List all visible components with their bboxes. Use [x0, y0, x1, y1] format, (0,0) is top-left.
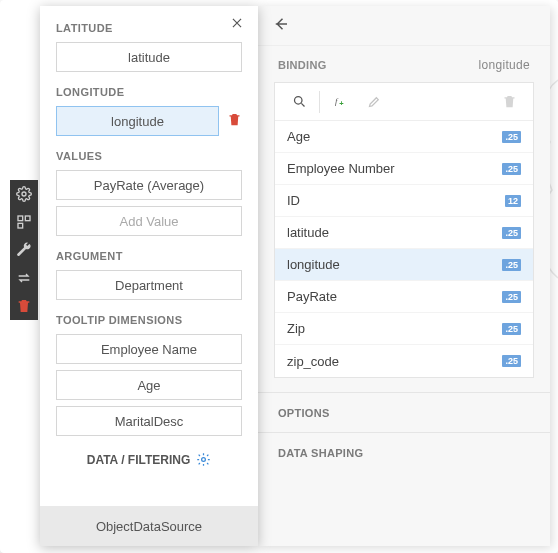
binding-card: f+ Age.25 Employee Number.25 ID12 latitu… — [274, 82, 534, 378]
delete-longitude-icon[interactable] — [227, 112, 242, 130]
swap-icon[interactable] — [10, 264, 38, 292]
data-filtering-link[interactable]: DATA / FILTERING — [56, 442, 242, 477]
edit-icon — [360, 88, 388, 116]
binding-toolbar: f+ — [275, 83, 533, 121]
app-root: LATITUDE latitude LONGITUDE longitude VA… — [0, 0, 558, 553]
type-badge: .25 — [502, 259, 521, 271]
datasource-button[interactable]: ObjectDataSource — [40, 506, 258, 546]
svg-rect-3 — [18, 223, 23, 228]
value-field[interactable]: PayRate (Average) — [56, 170, 242, 200]
svg-point-5 — [294, 97, 302, 105]
list-item[interactable]: longitude.25 — [275, 249, 533, 281]
longitude-field[interactable]: longitude — [56, 106, 219, 136]
layout-icon[interactable] — [10, 208, 38, 236]
list-item[interactable]: Employee Number.25 — [275, 153, 533, 185]
type-badge: .25 — [502, 131, 521, 143]
binding-panel: BINDING longitude f+ A — [258, 6, 550, 546]
svg-rect-2 — [25, 216, 30, 221]
list-item[interactable]: PayRate.25 — [275, 281, 533, 313]
svg-text:f: f — [334, 96, 338, 106]
type-badge: .25 — [502, 323, 521, 335]
close-icon[interactable] — [230, 16, 244, 33]
latitude-field[interactable]: latitude — [56, 42, 242, 72]
search-icon[interactable] — [285, 88, 313, 116]
type-badge: 12 — [505, 195, 521, 207]
tooltip-item[interactable]: MaritalDesc — [56, 406, 242, 436]
list-item[interactable]: Zip.25 — [275, 313, 533, 345]
binding-title: BINDING — [278, 59, 327, 71]
longitude-label: LONGITUDE — [56, 86, 242, 98]
wrench-icon[interactable] — [10, 236, 38, 264]
list-item[interactable]: zip_code.25 — [275, 345, 533, 377]
config-panel: LATITUDE latitude LONGITUDE longitude VA… — [40, 6, 258, 546]
svg-point-4 — [202, 458, 206, 462]
fx-add-icon[interactable]: f+ — [326, 88, 354, 116]
latitude-label: LATITUDE — [56, 22, 242, 34]
list-item[interactable]: latitude.25 — [275, 217, 533, 249]
svg-rect-1 — [18, 216, 23, 221]
tooltip-label: TOOLTIP DIMENSIONS — [56, 314, 242, 326]
values-label: VALUES — [56, 150, 242, 162]
binding-list: Age.25 Employee Number.25 ID12 latitude.… — [275, 121, 533, 377]
type-badge: .25 — [502, 355, 521, 367]
type-badge: .25 — [502, 291, 521, 303]
side-toolstrip — [10, 180, 38, 320]
list-item[interactable]: Age.25 — [275, 121, 533, 153]
tooltip-item[interactable]: Employee Name — [56, 334, 242, 364]
type-badge: .25 — [502, 227, 521, 239]
binding-hint: longitude — [479, 58, 530, 72]
delete-icon — [495, 88, 523, 116]
gear-icon[interactable] — [10, 180, 38, 208]
trash-icon[interactable] — [10, 292, 38, 320]
data-shaping-accordion[interactable]: DATA SHAPING — [258, 432, 550, 472]
svg-point-0 — [22, 192, 26, 196]
argument-field[interactable]: Department — [56, 270, 242, 300]
list-item[interactable]: ID12 — [275, 185, 533, 217]
argument-label: ARGUMENT — [56, 250, 242, 262]
add-value-button[interactable]: Add Value — [56, 206, 242, 236]
type-badge: .25 — [502, 163, 521, 175]
binding-header: BINDING longitude — [258, 46, 550, 82]
tooltip-item[interactable]: Age — [56, 370, 242, 400]
svg-text:+: + — [339, 99, 344, 108]
back-arrow-icon[interactable] — [272, 15, 290, 36]
options-accordion[interactable]: OPTIONS — [258, 392, 550, 432]
